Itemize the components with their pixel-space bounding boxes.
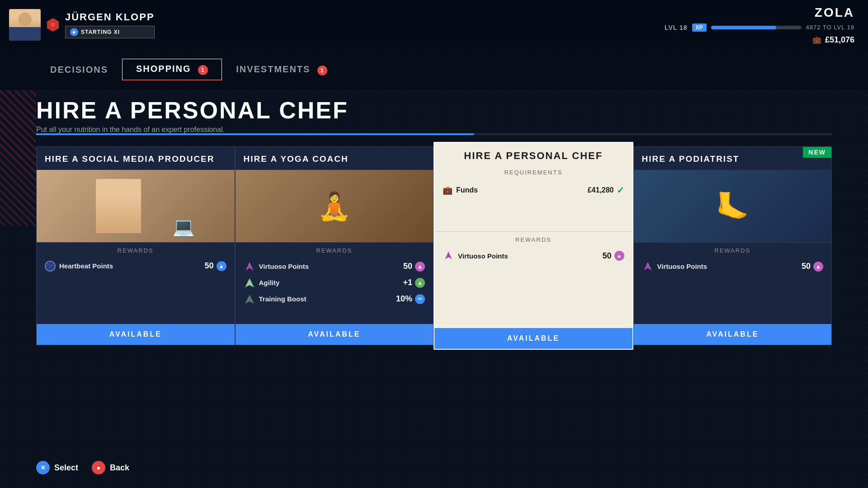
bottom-controls: ✕ Select ● Back xyxy=(36,461,129,474)
player-name: ZOLA xyxy=(815,5,854,20)
check-icon: ✓ xyxy=(617,185,624,196)
manager-section: 🔴 JÜRGEN KLOPP ★ STARTING XI xyxy=(9,9,155,41)
rewards-label-0: Rewards xyxy=(45,247,226,254)
agility-label: Agility xyxy=(259,279,280,286)
main-content: HIRE A PERSONAL CHEF Put all your nutrit… xyxy=(0,89,868,345)
card-podiatrist-rewards: Rewards Virtuoso Points 50 ▲ xyxy=(634,242,832,275)
new-badge: NEW xyxy=(803,147,831,158)
agility-arrow: ▲ xyxy=(415,278,425,288)
tab-shopping-badge: 1 xyxy=(198,65,208,75)
agility-icon xyxy=(244,277,255,289)
pod-virtuoso-arrow: ▲ xyxy=(813,262,823,272)
available-btn-yoga[interactable]: AVAILABLE xyxy=(236,324,434,345)
manager-info: JÜRGEN KLOPP ★ STARTING XI xyxy=(65,11,155,38)
reward-row-pod-virtuoso: Virtuoso Points 50 ▲ xyxy=(642,258,824,275)
reward-left-pod-v: Virtuoso Points xyxy=(642,261,708,272)
heartbeat-value: 50 ▲ xyxy=(204,261,226,271)
reward-left-agility: Agility xyxy=(244,277,280,289)
back-btn[interactable]: ● Back xyxy=(92,461,129,474)
funds-amount: £41,280 xyxy=(588,186,614,194)
starting-xi-badge: ★ STARTING XI xyxy=(65,26,155,38)
card-yoga[interactable]: HIRE A YOGA COACH Rewards Virtuoso Point… xyxy=(235,146,434,345)
lvl-label: LVL 18 xyxy=(665,24,688,31)
header: 🔴 JÜRGEN KLOPP ★ STARTING XI ZOLA LVL 18… xyxy=(0,0,868,50)
heartbeat-arrow: ▲ xyxy=(217,261,226,271)
card-yoga-title: HIRE A YOGA COACH xyxy=(236,147,434,170)
agility-points: +1 xyxy=(403,278,412,287)
training-points: 10% xyxy=(396,294,412,304)
virtuoso-icon-chef xyxy=(443,250,454,262)
rewards-label-2: Rewards xyxy=(443,236,624,243)
club-badge: 🔴 xyxy=(47,18,59,32)
card-podiatrist-title: HIRE A PODIATRIST xyxy=(634,147,832,170)
tab-shopping[interactable]: SHOPPING 1 xyxy=(122,59,222,80)
card-personal-chef[interactable]: HIRE A PERSONAL CHEF REQUIREMENTS 💼 Fund… xyxy=(434,142,633,350)
right-section: ZOLA LVL 18 XP 4872 TO LVL 19 💼 £51,076 xyxy=(665,5,854,45)
tab-investments-badge: 1 xyxy=(317,66,327,75)
select-icon: ✕ xyxy=(40,464,46,471)
xp-bar-fill xyxy=(711,26,776,29)
rewards-label-1: Rewards xyxy=(244,247,425,254)
select-label: Select xyxy=(54,463,78,473)
card-podiatrist[interactable]: NEW HIRE A PODIATRIST Rewards Virtuoso P… xyxy=(633,146,832,345)
xp-circle: XP xyxy=(415,294,425,304)
reward-left-heartbeat: ♡ Heartbeat Points xyxy=(45,261,113,272)
tab-decisions-label: DECISIONS xyxy=(50,65,108,75)
chef-virtuoso-value: 50 ▲ xyxy=(602,251,624,261)
wallet-icon: 💼 xyxy=(812,36,821,44)
card-social-media[interactable]: HIRE A SOCIAL MEDIA PRODUCER Rewards ♡ H… xyxy=(36,146,235,345)
xp-badge: XP xyxy=(692,23,707,32)
available-btn-chef[interactable]: AVAILABLE xyxy=(434,328,632,349)
reward-row-chef-virtuoso: Virtuoso Points 50 ▲ xyxy=(443,248,624,264)
req-left-funds: 💼 Funds xyxy=(443,185,478,195)
heartbeat-icon: ♡ xyxy=(45,261,56,272)
card-social-media-rewards: Rewards ♡ Heartbeat Points 50 ▲ xyxy=(37,242,235,274)
card-social-media-title: HIRE A SOCIAL MEDIA PRODUCER xyxy=(37,147,235,170)
xp-bar-section: LVL 18 XP 4872 TO LVL 19 xyxy=(665,23,854,32)
available-btn-social[interactable]: AVAILABLE xyxy=(37,324,235,345)
funds-display: 💼 £51,076 xyxy=(812,35,854,45)
manager-avatar xyxy=(9,9,41,41)
virtuoso-arrow-1: ▲ xyxy=(415,262,425,272)
funds-req-value: £41,280 ✓ xyxy=(588,185,624,196)
tab-shopping-label: SHOPPING xyxy=(136,64,191,74)
pod-virtuoso-label: Virtuoso Points xyxy=(657,263,708,270)
tab-investments[interactable]: INVESTMENTS 1 xyxy=(222,59,341,80)
training-icon xyxy=(244,293,255,305)
reward-left-training: Training Boost xyxy=(244,293,307,305)
avatar-img xyxy=(9,9,41,41)
virtuoso-label-1: Virtuoso Points xyxy=(259,263,309,270)
pod-virtuoso-points: 50 xyxy=(802,262,811,271)
reward-row-training: Training Boost 10% XP xyxy=(244,291,425,307)
reward-row-agility: Agility +1 ▲ xyxy=(244,275,425,291)
select-btn[interactable]: ✕ Select xyxy=(36,461,78,474)
virtuoso-icon-1 xyxy=(244,261,255,272)
reward-left-chef-v: Virtuoso Points xyxy=(443,250,508,262)
training-label: Training Boost xyxy=(259,295,307,303)
back-icon: ● xyxy=(97,464,100,471)
chef-virtuoso-points: 50 xyxy=(602,251,611,261)
scroll-bar-fill xyxy=(36,133,474,135)
tab-decisions[interactable]: DECISIONS xyxy=(36,60,122,80)
card-podiatrist-image xyxy=(634,170,832,242)
available-btn-pod[interactable]: AVAILABLE xyxy=(634,324,832,345)
funds-value: £51,076 xyxy=(825,35,854,45)
chef-virtuoso-arrow: ▲ xyxy=(614,251,624,261)
funds-icon: 💼 xyxy=(443,185,453,195)
training-value: 10% XP xyxy=(396,294,425,304)
virtuoso-value-1: 50 ▲ xyxy=(403,262,425,272)
manager-name: JÜRGEN KLOPP xyxy=(65,11,155,23)
reward-row-heartbeat: ♡ Heartbeat Points 50 ▲ xyxy=(45,258,226,274)
xp-bar-container xyxy=(711,26,802,29)
select-btn-icon: ✕ xyxy=(36,461,50,474)
virtuoso-icon-pod xyxy=(642,261,654,272)
chef-virtuoso-label: Virtuoso Points xyxy=(458,252,508,260)
svg-marker-2 xyxy=(245,278,254,287)
heartbeat-label: Heartbeat Points xyxy=(59,262,113,270)
back-label: Back xyxy=(110,463,129,473)
back-btn-icon: ● xyxy=(92,461,105,474)
card-chef-rewards: Rewards Virtuoso Points 50 ▲ xyxy=(434,231,632,264)
virtuoso-points-1: 50 xyxy=(403,262,412,271)
card-yoga-image xyxy=(236,170,434,242)
cards-container: HIRE A SOCIAL MEDIA PRODUCER Rewards ♡ H… xyxy=(36,146,832,345)
